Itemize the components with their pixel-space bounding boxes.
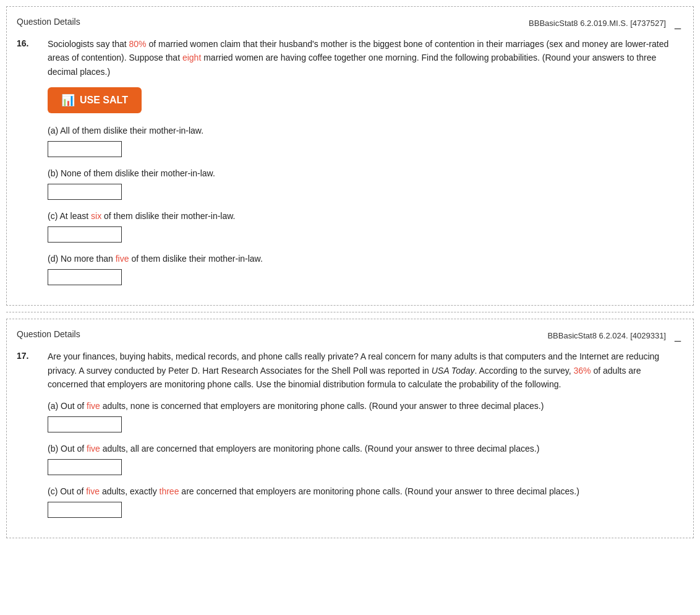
minimize-button[interactable]: _ bbox=[672, 329, 683, 342]
normal-text: (c) At least bbox=[48, 211, 91, 221]
highlight-text: five bbox=[86, 486, 100, 496]
question-details-label: Question Details bbox=[17, 17, 80, 27]
highlight-text: 36% bbox=[574, 366, 591, 376]
page-container: Question DetailsBBBasicStat8 6.2.019.MI.… bbox=[0, 0, 700, 551]
normal-text: (b) None of them dislike their mother-in… bbox=[48, 168, 215, 178]
question-block-2: Question DetailsBBBasicStat8 6.2.024. [4… bbox=[6, 319, 694, 538]
sub-question-b: (b) None of them dislike their mother-in… bbox=[48, 167, 683, 200]
answer-input-c[interactable] bbox=[48, 502, 122, 518]
question-content: Sociologists say that 80% of married wom… bbox=[48, 37, 683, 295]
sub-question-a: (a) All of them dislike their mother-in-… bbox=[48, 124, 683, 157]
sub-question-label-b: (b) None of them dislike their mother-in… bbox=[48, 167, 683, 180]
question-text: Are your finances, buying habits, medica… bbox=[48, 350, 683, 391]
normal-text: (a) All of them dislike their mother-in-… bbox=[48, 126, 203, 135]
answer-input-a[interactable] bbox=[48, 141, 122, 157]
normal-text: of them dislike their mother-in-law. bbox=[129, 254, 263, 264]
sub-question-label-c: (c) At least six of them dislike their m… bbox=[48, 210, 683, 223]
sub-question-d: (d) No more than five of them dislike th… bbox=[48, 252, 683, 285]
highlight-text: three bbox=[160, 486, 179, 496]
question-number: 16. bbox=[17, 37, 48, 295]
normal-text: Sociologists say that bbox=[48, 39, 129, 49]
question-details-label: Question Details bbox=[17, 329, 80, 339]
question-id-area: BBBasicStat8 6.2.019.MI.S. [4737527]_ bbox=[529, 17, 683, 30]
sub-question-label-c: (c) Out of five adults, exactly three ar… bbox=[48, 485, 683, 498]
question-content: Are your finances, buying habits, medica… bbox=[48, 350, 683, 528]
highlight-text: six bbox=[91, 211, 101, 221]
normal-text: adults, exactly bbox=[100, 486, 160, 496]
question-header: Question DetailsBBBasicStat8 6.2.019.MI.… bbox=[17, 17, 683, 30]
answer-input-b[interactable] bbox=[48, 459, 122, 475]
italic-text: USA Today bbox=[432, 366, 475, 376]
answer-input-a[interactable] bbox=[48, 416, 122, 432]
sub-question-label-d: (d) No more than five of them dislike th… bbox=[48, 252, 683, 265]
highlight-text: five bbox=[87, 444, 100, 454]
sub-question-c: (c) Out of five adults, exactly three ar… bbox=[48, 485, 683, 518]
use-salt-label: USE SALT bbox=[80, 95, 128, 106]
normal-text: (d) No more than bbox=[48, 254, 116, 264]
minimize-button[interactable]: _ bbox=[672, 17, 683, 30]
question-divider bbox=[6, 312, 694, 312]
normal-text: . According to the survey, bbox=[474, 366, 573, 376]
question-number: 17. bbox=[17, 350, 48, 528]
normal-text: (a) Out of bbox=[48, 401, 87, 411]
question-id: BBBasicStat8 6.2.024. [4029331] bbox=[547, 331, 666, 340]
highlight-text: five bbox=[116, 254, 129, 264]
question-id: BBBasicStat8 6.2.019.MI.S. [4737527] bbox=[529, 19, 666, 28]
question-text: Sociologists say that 80% of married wom… bbox=[48, 37, 683, 79]
highlight-text: five bbox=[87, 401, 100, 411]
question-header: Question DetailsBBBasicStat8 6.2.024. [4… bbox=[17, 329, 683, 342]
sub-question-b: (b) Out of five adults, all are concerne… bbox=[48, 442, 683, 475]
highlight-text: eight bbox=[182, 53, 201, 62]
answer-input-d[interactable] bbox=[48, 269, 122, 285]
sub-question-label-a: (a) All of them dislike their mother-in-… bbox=[48, 124, 683, 137]
sub-question-label-b: (b) Out of five adults, all are concerne… bbox=[48, 442, 683, 455]
answer-input-b[interactable] bbox=[48, 184, 122, 200]
use-salt-button[interactable]: 📊USE SALT bbox=[48, 87, 142, 113]
answer-input-c[interactable] bbox=[48, 226, 122, 243]
highlight-text: 80% bbox=[129, 39, 147, 49]
normal-text: adults, all are concerned that employers… bbox=[100, 444, 539, 454]
question-id-area: BBBasicStat8 6.2.024. [4029331]_ bbox=[547, 329, 683, 342]
question-main-row: 16.Sociologists say that 80% of married … bbox=[17, 37, 683, 295]
normal-text: (b) Out of bbox=[48, 444, 87, 454]
question-block-1: Question DetailsBBBasicStat8 6.2.019.MI.… bbox=[6, 6, 694, 306]
normal-text: of them dislike their mother-in-law. bbox=[101, 211, 235, 221]
salt-icon: 📊 bbox=[61, 93, 75, 107]
question-main-row: 17.Are your finances, buying habits, med… bbox=[17, 350, 683, 528]
normal-text: adults, none is concerned that employers… bbox=[100, 401, 544, 411]
normal-text: are concerned that employers are monitor… bbox=[179, 486, 579, 496]
sub-question-a: (a) Out of five adults, none is concerne… bbox=[48, 400, 683, 432]
normal-text: (c) Out of bbox=[48, 486, 86, 496]
sub-question-label-a: (a) Out of five adults, none is concerne… bbox=[48, 400, 683, 413]
sub-question-c: (c) At least six of them dislike their m… bbox=[48, 210, 683, 243]
